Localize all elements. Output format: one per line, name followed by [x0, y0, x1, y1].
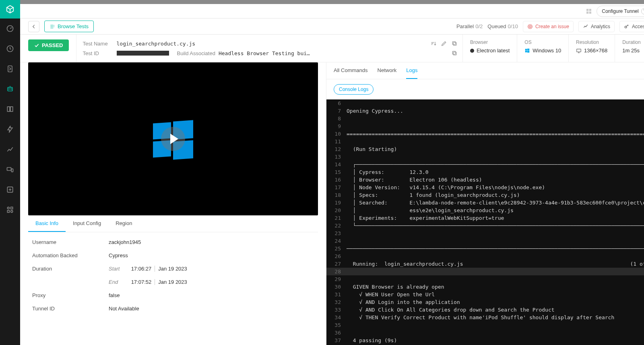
test-name-value: login_searchproduct.cy.js: [117, 41, 196, 47]
console-line: 10======================================…: [326, 130, 644, 138]
console-line: 32 √ AND Login into the application: [326, 298, 644, 306]
tab-network[interactable]: Network: [378, 67, 397, 79]
sidebar-add[interactable]: [0, 180, 20, 200]
automation-value: Cypress: [109, 252, 314, 258]
start-time: 17:06:27: [131, 266, 152, 272]
sidebar-history[interactable]: [0, 39, 20, 59]
svg-rect-6: [7, 107, 10, 112]
analytics-button[interactable]: Analytics: [578, 21, 615, 32]
console-line: 16 │ Browser: Electron 106 (headless) │: [326, 176, 644, 184]
console-line: 12 (Run Starting): [326, 145, 644, 153]
build-assoc-label: Build Associated: [177, 50, 215, 56]
edit-icon[interactable]: [441, 40, 447, 47]
browser-label: Browser: [470, 39, 510, 45]
sidebar-screens[interactable]: [0, 159, 20, 180]
console-line: 18 │ Specs: 1 found (login_searchproduct…: [326, 191, 644, 199]
tunnel-value: Not Available: [109, 306, 314, 312]
video-player[interactable]: [28, 62, 318, 215]
end-date: Jan 19 2023: [158, 279, 187, 285]
sidebar-automation[interactable]: [0, 79, 20, 99]
access-key-button[interactable]: Access Key: [619, 21, 644, 32]
svg-rect-25: [452, 51, 455, 54]
os-value: Windows 10: [524, 48, 561, 54]
svg-rect-8: [7, 167, 11, 171]
detail-tabs: Basic Info Input Config Region: [28, 215, 318, 232]
svg-rect-29: [527, 51, 529, 53]
basic-info-table: Username zackjohn1945 Automation Backed …: [28, 232, 318, 315]
console-line: 13: [326, 153, 644, 161]
sidebar: [0, 0, 20, 345]
tab-all-commands[interactable]: All Commands: [334, 67, 368, 79]
console-line: 33 √ AND Click On All Categories drop do…: [326, 306, 644, 314]
console-line: 11: [326, 138, 644, 145]
proxy-label: Proxy: [32, 292, 109, 298]
console-line: 7Opening Cypress...: [326, 107, 644, 115]
svg-rect-15: [586, 9, 588, 11]
automation-label: Automation Backed: [32, 252, 109, 258]
console-line: 29: [326, 275, 644, 283]
info-duration-value: Start 17:06:27Jan 19 2023: [109, 266, 314, 272]
os-label: OS: [524, 39, 561, 45]
svg-point-11: [7, 207, 9, 209]
meta-header: PASSED Test Name login_searchproduct.cy.…: [20, 35, 644, 62]
sort-icon[interactable]: [430, 40, 437, 47]
configure-tunnel-button[interactable]: Configure Tunnel ?: [597, 6, 644, 17]
sidebar-realtime[interactable]: [0, 59, 20, 79]
browse-tests-label: Browse Tests: [58, 23, 89, 29]
electron-icon: [470, 49, 474, 53]
svg-rect-26: [525, 49, 527, 50]
sidebar-visual[interactable]: [0, 99, 20, 119]
svg-point-19: [528, 24, 533, 29]
svg-rect-12: [11, 207, 13, 209]
browse-tests-button[interactable]: Browse Tests: [44, 21, 94, 32]
top-gray-bar: [20, 0, 644, 4]
logo[interactable]: [0, 0, 20, 19]
svg-rect-18: [589, 11, 591, 13]
toolbar: Browse Tests Parallel0/2 Queued0/10 Crea…: [20, 19, 644, 35]
copy-name-icon[interactable]: [451, 40, 458, 47]
svg-rect-30: [577, 49, 581, 52]
tab-region[interactable]: Region: [108, 215, 139, 232]
back-button[interactable]: [28, 21, 39, 32]
console-line: 8: [326, 115, 644, 122]
sidebar-analytics[interactable]: [0, 139, 20, 159]
sidebar-performance[interactable]: [0, 119, 20, 139]
create-issue-label: Create an issue: [535, 24, 569, 29]
tunnel-label: Tunnel ID: [32, 306, 109, 312]
tab-input-config[interactable]: Input Config: [66, 215, 108, 232]
console-line: 35: [326, 321, 644, 329]
sidebar-dashboard[interactable]: [0, 19, 20, 39]
play-button-icon[interactable]: [161, 127, 185, 151]
sidebar-integrations[interactable]: [0, 200, 20, 220]
svg-rect-7: [10, 107, 13, 112]
username-label: Username: [32, 239, 109, 245]
svg-rect-24: [453, 52, 456, 55]
svg-rect-9: [11, 169, 13, 172]
console-line: 36: [326, 329, 644, 337]
svg-rect-13: [7, 211, 9, 213]
build-assoc-value: Headless Browser Testing bui…: [219, 50, 310, 56]
test-id-redacted: [117, 51, 169, 56]
configure-tunnel-label: Configure Tunnel: [602, 8, 638, 14]
console-line: 21 │ Experiments: experimentalWebKitSupp…: [326, 214, 644, 222]
tab-basic-info[interactable]: Basic Info: [28, 215, 66, 232]
windows-icon: [524, 48, 530, 54]
svg-point-4: [9, 89, 10, 89]
console-line: 6: [326, 99, 644, 107]
browser-value: Electron latest: [470, 48, 510, 54]
end-label: End: [109, 279, 122, 285]
svg-rect-2: [8, 66, 12, 72]
tab-logs[interactable]: Logs: [406, 67, 417, 79]
svg-rect-17: [586, 11, 588, 13]
console-logs-chip[interactable]: Console Logs: [334, 84, 374, 95]
console-line: 31 √ WHEN User Open the Url: [326, 291, 644, 298]
console-line: 24: [326, 237, 644, 245]
console-output[interactable]: 67Opening Cypress...8910================…: [326, 99, 644, 345]
apps-grid-icon[interactable]: [585, 8, 592, 15]
start-date: Jan 19 2023: [158, 266, 187, 272]
copy-id-icon[interactable]: [451, 50, 458, 56]
create-issue-button[interactable]: Create an issue: [523, 21, 574, 32]
duration-label: Duration: [622, 39, 640, 45]
proxy-value: false: [109, 292, 314, 298]
monitor-icon: [576, 48, 582, 54]
